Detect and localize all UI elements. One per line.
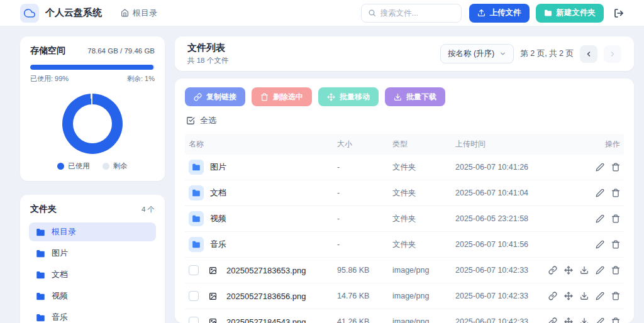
edit-icon[interactable]: [596, 214, 604, 223]
bulk-button[interactable]: 删除选中: [252, 87, 312, 106]
bulk-button[interactable]: 批量下载: [385, 87, 445, 106]
check-square-icon: [186, 116, 195, 125]
file-name[interactable]: 图片: [210, 162, 226, 173]
sidebar-folder-item[interactable]: 文档: [29, 265, 156, 284]
download-icon[interactable]: [580, 317, 589, 323]
download-icon: [394, 93, 402, 101]
trash-icon[interactable]: [611, 317, 620, 323]
file-list-title: 文件列表: [187, 42, 228, 54]
name-cell: 视频: [189, 211, 337, 226]
breadcrumb[interactable]: 根目录: [121, 8, 157, 19]
upload-time: 2025-06-05 23:21:58: [455, 214, 547, 223]
folder-icon: [36, 227, 45, 237]
edit-icon[interactable]: [596, 292, 604, 300]
sidebar-folder-item[interactable]: 图片: [29, 244, 156, 263]
link-icon[interactable]: [548, 266, 557, 275]
bulk-button[interactable]: 复制链接: [185, 87, 245, 106]
edit-icon[interactable]: [596, 240, 604, 249]
trash-icon[interactable]: [611, 189, 620, 197]
legend-label: 已使用: [68, 162, 90, 171]
table-row: 视频-文件夹2025-06-05 23:21:58: [185, 206, 624, 232]
upload-file-button[interactable]: 上传文件: [469, 4, 530, 23]
legend-item: 剩余: [103, 162, 128, 171]
download-icon[interactable]: [580, 292, 589, 300]
folder-icon: [36, 292, 45, 301]
chevron-down-icon: [499, 50, 506, 57]
file-name[interactable]: 20250527184543.png: [226, 317, 306, 323]
sidebar: 存储空间 78.64 GB / 79.46 GB 已使用: 99% 剩余: 1%…: [20, 36, 165, 323]
new-folder-button[interactable]: 新建文件夹: [536, 4, 604, 23]
table-row: 20250527184543.png41.26 KBimage/png2025-…: [185, 309, 624, 323]
sort-select[interactable]: 按名称 (升序): [440, 44, 514, 63]
row-actions: [547, 189, 620, 197]
prev-page-button[interactable]: [580, 45, 597, 63]
next-page-button[interactable]: [604, 45, 621, 63]
trash-icon[interactable]: [611, 214, 620, 223]
file-name[interactable]: 文档: [210, 187, 226, 199]
edit-icon[interactable]: [596, 163, 604, 172]
search-input[interactable]: [380, 9, 455, 18]
trash-icon[interactable]: [611, 266, 620, 275]
pagination-label: 第 2 页, 共 2 页: [520, 48, 574, 59]
sidebar-folder-item[interactable]: 根目录: [29, 222, 156, 241]
move-icon[interactable]: [564, 317, 573, 323]
sidebar-folder-item[interactable]: 音乐: [29, 308, 156, 323]
app-title: 个人云盘系统: [45, 7, 102, 19]
table-row: 图片-文件夹2025-06-07 10:41:26: [185, 155, 624, 180]
row-checkbox[interactable]: [189, 265, 199, 275]
column-header: 上传时间: [455, 139, 547, 150]
storage-free-label: 剩余: 1%: [127, 74, 155, 84]
row-actions: [547, 317, 620, 323]
upload-time: 2025-06-07 10:42:33: [455, 292, 547, 300]
row-actions: [547, 292, 620, 300]
trash-icon[interactable]: [611, 240, 620, 249]
folder-item-label: 根目录: [52, 226, 76, 238]
row-checkbox[interactable]: [189, 317, 199, 323]
bulk-button[interactable]: 批量移动: [318, 87, 379, 106]
column-header: 大小: [337, 139, 392, 150]
navbar: 个人云盘系统 根目录 上传文件 新建文件夹: [0, 0, 644, 26]
search-box[interactable]: [361, 4, 462, 23]
bulk-button-label: 复制链接: [206, 92, 236, 102]
folders-count: 4 个: [142, 205, 155, 214]
file-size: -: [337, 189, 392, 197]
name-cell: 文档: [189, 185, 337, 200]
row-actions: [547, 214, 620, 223]
bulk-button-label: 删除选中: [273, 92, 303, 102]
link-icon[interactable]: [548, 292, 557, 300]
row-actions: [547, 240, 620, 249]
file-count: 共 18 个文件: [187, 56, 228, 65]
edit-icon[interactable]: [596, 266, 604, 275]
file-name[interactable]: 视频: [210, 213, 226, 224]
storage-used-label: 已使用: 99%: [30, 74, 69, 84]
file-name[interactable]: 20250527183653.png: [226, 266, 306, 275]
image-file-icon: [205, 314, 220, 323]
file-name[interactable]: 音乐: [210, 239, 226, 250]
upload-button-label: 上传文件: [490, 8, 521, 18]
file-name[interactable]: 20250527183656.png: [226, 292, 306, 301]
new-folder-button-label: 新建文件夹: [557, 8, 596, 18]
file-type: 文件夹: [392, 188, 455, 199]
sidebar-folder-item[interactable]: 视频: [29, 287, 156, 305]
edit-icon[interactable]: [596, 317, 604, 323]
move-icon[interactable]: [564, 292, 573, 300]
folder-icon: [189, 185, 204, 200]
folder-icon: [36, 249, 45, 258]
row-actions: [547, 266, 620, 275]
download-icon[interactable]: [580, 266, 589, 275]
storage-progress-bar: [30, 65, 155, 70]
trash-icon[interactable]: [611, 292, 620, 300]
link-icon[interactable]: [548, 317, 557, 323]
folder-icon: [189, 237, 204, 252]
move-icon: [327, 93, 335, 101]
file-size: -: [337, 240, 392, 249]
edit-icon[interactable]: [596, 189, 604, 197]
trash-icon[interactable]: [611, 163, 620, 172]
logout-button[interactable]: [614, 8, 624, 18]
storage-card: 存储空间 78.64 GB / 79.46 GB 已使用: 99% 剩余: 1%…: [20, 36, 165, 181]
file-size: -: [337, 214, 392, 223]
move-icon[interactable]: [564, 266, 573, 275]
file-type: 文件夹: [392, 239, 455, 250]
row-checkbox[interactable]: [189, 291, 199, 301]
select-all-toggle[interactable]: 全选: [185, 115, 624, 126]
